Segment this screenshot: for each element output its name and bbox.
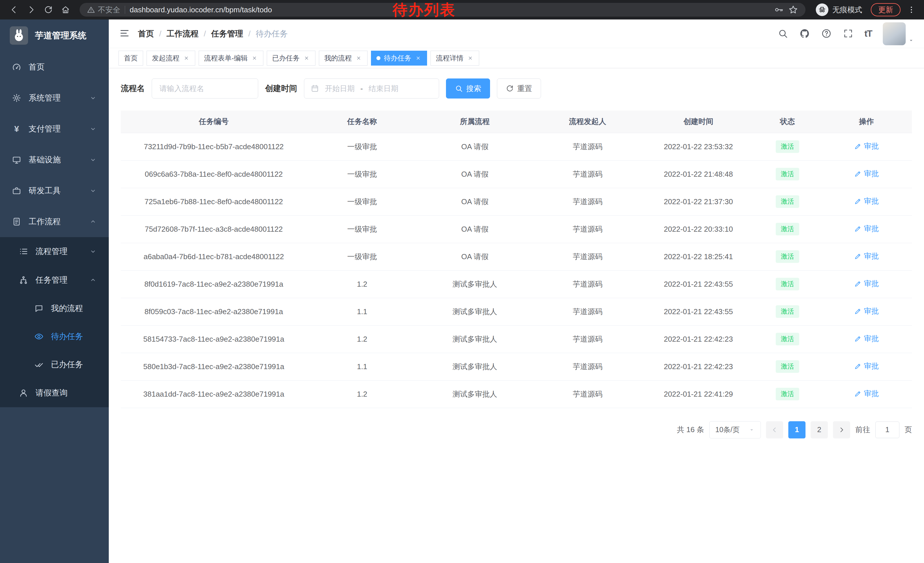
approve-link[interactable]: 审批	[854, 169, 879, 179]
top-navbar: 首页 / 工作流程 / 任务管理 / 待办任务 tT	[109, 20, 924, 48]
sidebar-item-leave-query[interactable]: 请假查询	[0, 378, 109, 407]
page-size-select[interactable]: 10条/页	[710, 421, 761, 438]
sidebar-item-home[interactable]: 首页	[0, 51, 109, 83]
browser-back-button[interactable]	[6, 2, 22, 18]
prev-page-button[interactable]	[766, 421, 783, 438]
sidebar-item-workflow[interactable]: 工作流程	[0, 206, 109, 237]
tab-close-icon[interactable]	[355, 55, 362, 62]
help-button[interactable]	[821, 29, 832, 39]
browser-forward-button[interactable]	[24, 2, 39, 18]
status-badge: 激活	[776, 278, 799, 290]
cell-task-name: 1.2	[307, 325, 418, 353]
tab-done-task[interactable]: 已办任务	[267, 51, 315, 66]
approve-link-label: 审批	[864, 333, 879, 344]
tab-close-icon[interactable]	[251, 55, 258, 62]
user-avatar-menu[interactable]	[883, 23, 914, 45]
next-page-button[interactable]	[833, 421, 850, 438]
cell-starter: 芋道源码	[532, 325, 643, 353]
cell-process: 测试多审批人	[417, 325, 532, 353]
collapse-sidebar-button[interactable]	[118, 28, 130, 40]
process-name-input[interactable]	[152, 78, 258, 99]
update-button[interactable]: 更新	[871, 3, 900, 17]
cell-created: 2022-01-22 23:53:32	[643, 133, 754, 161]
tab-my-process[interactable]: 我的流程	[319, 51, 368, 66]
app-logo-row[interactable]: 芋道管理系统	[0, 20, 109, 51]
cell-task-id: 75d72608-7b7f-11ec-a3c8-acde48001122	[121, 215, 307, 243]
tab-process-detail[interactable]: 流程详情	[430, 51, 479, 66]
approve-link-label: 审批	[864, 196, 879, 206]
app-logo	[10, 26, 28, 45]
sidebar-item-process-management[interactable]: 流程管理	[0, 237, 109, 266]
chevron-down-icon	[89, 94, 97, 102]
sidebar-item-label: 流程管理	[36, 246, 68, 257]
approve-link[interactable]: 审批	[854, 251, 879, 261]
bookmark-star-icon[interactable]	[788, 5, 798, 15]
sidebar-item-task-management[interactable]: 任务管理	[0, 266, 109, 294]
tab-close-icon[interactable]	[303, 55, 310, 62]
cell-task-id: 069c6a63-7b8a-11ec-8ef0-acde48001122	[121, 161, 307, 188]
table-row: 580e1b3d-7ac8-11ec-a9e2-a2380e71991a 1.1…	[121, 353, 912, 380]
github-button[interactable]	[799, 29, 810, 39]
active-tab-dot	[376, 56, 380, 60]
approve-link[interactable]: 审批	[854, 306, 879, 316]
sidebar-item-done-task[interactable]: 已办任务	[0, 350, 109, 378]
security-status[interactable]: 不安全	[87, 5, 120, 15]
hamburger-icon	[119, 28, 130, 39]
cell-task-id: 381aa1dd-7ac8-11ec-a9e2-a2380e71991a	[121, 380, 307, 408]
tab-label: 我的流程	[324, 54, 352, 63]
approve-link[interactable]: 审批	[854, 333, 879, 344]
tab-start-process[interactable]: 发起流程	[147, 51, 195, 66]
create-time-range-picker[interactable]: 开始日期 - 结束日期	[304, 78, 439, 99]
fullscreen-button[interactable]	[843, 29, 854, 39]
search-button[interactable]: 搜索	[446, 78, 490, 99]
header-search-button[interactable]	[777, 29, 788, 39]
browser-home-button[interactable]	[58, 2, 73, 18]
page-unit-label: 页	[904, 425, 912, 435]
sidebar-item-todo-task[interactable]: 待办任务	[0, 323, 109, 350]
table-row: 725a1eb6-7b88-11ec-8ef0-acde48001122 一级审…	[121, 188, 912, 215]
browser-refresh-button[interactable]	[40, 2, 56, 18]
filter-bar: 流程名 创建时间 开始日期 - 结束日期 搜索 重置	[121, 78, 912, 99]
reset-button[interactable]: 重置	[497, 78, 541, 99]
url-divider	[125, 6, 125, 14]
sidebar-item-system[interactable]: 系统管理	[0, 83, 109, 113]
sidebar: 芋道管理系统 首页 系统管理 ¥ 支付管理 基础设施	[0, 20, 109, 563]
goto-page-input[interactable]	[875, 422, 899, 438]
approve-link[interactable]: 审批	[854, 196, 879, 206]
goto-label: 前往	[855, 425, 870, 435]
page-button-1[interactable]: 1	[788, 421, 806, 438]
sidebar-item-infra[interactable]: 基础设施	[0, 144, 109, 175]
sidebar-item-label: 工作流程	[28, 216, 61, 227]
password-key-icon[interactable]	[774, 5, 784, 15]
page-button-2[interactable]: 2	[811, 421, 828, 438]
sidebar-item-devtools[interactable]: 研发工具	[0, 175, 109, 206]
edit-icon	[854, 170, 862, 177]
tab-close-icon[interactable]	[467, 55, 474, 62]
browser-menu-button[interactable]	[905, 3, 918, 16]
tab-close-icon[interactable]	[415, 55, 422, 62]
breadcrumb-separator: /	[204, 29, 206, 38]
approve-link[interactable]: 审批	[854, 389, 879, 399]
chevron-down-icon	[89, 156, 97, 164]
tab-home[interactable]: 首页	[118, 51, 143, 66]
breadcrumb-task-management[interactable]: 任务管理	[211, 29, 243, 39]
breadcrumb-workflow[interactable]: 工作流程	[166, 29, 199, 39]
font-size-button[interactable]: tT	[864, 29, 872, 39]
approve-link-label: 审批	[864, 279, 879, 289]
start-date-placeholder: 开始日期	[325, 84, 355, 94]
cell-status: 激活	[754, 133, 821, 161]
table-row: 73211d9d-7b9b-11ec-b5b7-acde48001122 一级审…	[121, 133, 912, 161]
tab-process-form-edit[interactable]: 流程表单-编辑	[199, 51, 263, 66]
approve-link[interactable]: 审批	[854, 141, 879, 151]
approve-link[interactable]: 审批	[854, 224, 879, 234]
sidebar-item-my-process[interactable]: 我的流程	[0, 294, 109, 323]
status-badge: 激活	[776, 333, 799, 345]
chevron-left-icon	[771, 426, 778, 434]
breadcrumb-home[interactable]: 首页	[138, 29, 154, 39]
update-label: 更新	[878, 5, 893, 15]
tab-close-icon[interactable]	[183, 55, 190, 62]
approve-link[interactable]: 审批	[854, 279, 879, 289]
sidebar-item-payment[interactable]: ¥ 支付管理	[0, 113, 109, 144]
tab-todo-task[interactable]: 待办任务	[371, 51, 427, 66]
approve-link[interactable]: 审批	[854, 361, 879, 371]
